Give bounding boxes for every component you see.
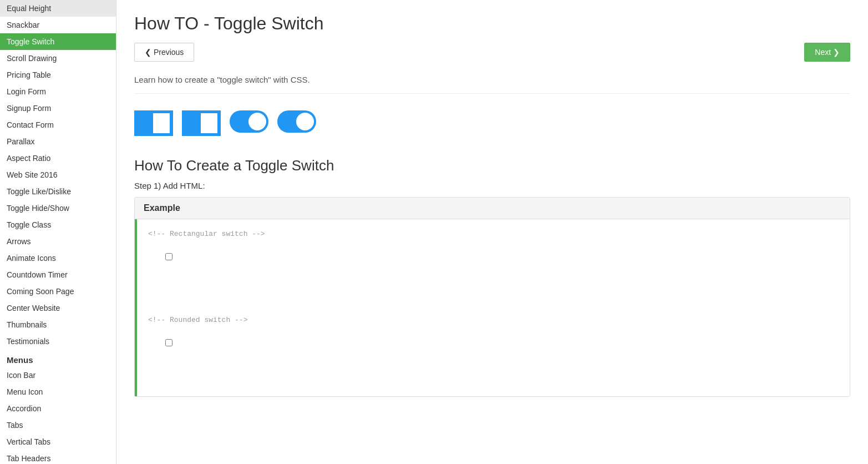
sidebar-item-center-website[interactable]: Center Website xyxy=(0,300,116,316)
sidebar-item-aspect-ratio[interactable]: Aspect Ratio xyxy=(0,150,116,167)
sidebar-menus-list: Icon BarMenu IconAccordionTabsVertical T… xyxy=(0,367,116,464)
toggle-demo-area xyxy=(134,105,850,142)
sidebar-item-menu-icon[interactable]: Menu Icon xyxy=(0,384,116,400)
sidebar-items-list: Equal HeightSnackbarToggle SwitchScroll … xyxy=(0,0,116,350)
sidebar-item-equal-height[interactable]: Equal Height xyxy=(0,0,116,17)
main-content: How TO - Toggle Switch ❮ Previous Next ❯… xyxy=(116,0,868,464)
sidebar: Equal HeightSnackbarToggle SwitchScroll … xyxy=(0,0,116,464)
step1-label: Step 1) Add HTML: xyxy=(134,181,850,190)
sidebar-item-snackbar[interactable]: Snackbar xyxy=(0,17,116,33)
description-text: Learn how to create a "toggle switch" wi… xyxy=(134,75,850,94)
toggle-round-1[interactable] xyxy=(230,110,268,133)
sidebar-item-contact-form[interactable]: Contact Form xyxy=(0,117,116,133)
toggle-rect-1[interactable] xyxy=(134,110,173,136)
sidebar-item-toggle-switch[interactable]: Toggle Switch xyxy=(0,33,116,50)
code-block: <!-- Rectangular switch --> <!-- Rounded… xyxy=(135,219,850,396)
section-title: How To Create a Toggle Switch xyxy=(134,157,850,174)
sidebar-item-tabs[interactable]: Tabs xyxy=(0,417,116,433)
sidebar-item-web-site-2016[interactable]: Web Site 2016 xyxy=(0,167,116,183)
sidebar-item-arrows[interactable]: Arrows xyxy=(0,233,116,250)
sidebar-item-toggle-hide-show[interactable]: Toggle Hide/Show xyxy=(0,200,116,216)
sidebar-item-countdown-timer[interactable]: Countdown Timer xyxy=(0,266,116,283)
toggle-round-2[interactable] xyxy=(277,110,316,133)
next-button[interactable]: Next ❯ xyxy=(804,43,850,62)
sidebar-item-toggle-class[interactable]: Toggle Class xyxy=(0,216,116,233)
sidebar-item-scroll-drawing[interactable]: Scroll Drawing xyxy=(0,50,116,67)
sidebar-item-accordion[interactable]: Accordion xyxy=(0,400,116,417)
menus-section-header: Menus xyxy=(0,350,116,367)
page-title: How TO - Toggle Switch xyxy=(134,13,850,34)
sidebar-item-testimonials[interactable]: Testimonials xyxy=(0,333,116,350)
sidebar-item-vertical-tabs[interactable]: Vertical Tabs xyxy=(0,433,116,450)
sidebar-item-toggle-like-dislike[interactable]: Toggle Like/Dislike xyxy=(0,183,116,200)
sidebar-item-coming-soon-page[interactable]: Coming Soon Page xyxy=(0,283,116,300)
nav-buttons: ❮ Previous Next ❯ xyxy=(134,43,850,62)
sidebar-item-animate-icons[interactable]: Animate Icons xyxy=(0,250,116,266)
sidebar-item-icon-bar[interactable]: Icon Bar xyxy=(0,367,116,384)
example-box: Example <!-- Rectangular switch --> <!--… xyxy=(134,197,850,397)
sidebar-item-tab-headers[interactable]: Tab Headers xyxy=(0,450,116,464)
sidebar-item-signup-form[interactable]: Signup Form xyxy=(0,100,116,117)
toggle-rect-2[interactable] xyxy=(182,110,221,136)
prev-button[interactable]: ❮ Previous xyxy=(134,43,194,62)
example-header: Example xyxy=(135,198,850,219)
sidebar-item-pricing-table[interactable]: Pricing Table xyxy=(0,67,116,83)
sidebar-item-parallax[interactable]: Parallax xyxy=(0,133,116,150)
sidebar-item-thumbnails[interactable]: Thumbnails xyxy=(0,316,116,333)
sidebar-item-login-form[interactable]: Login Form xyxy=(0,83,116,100)
